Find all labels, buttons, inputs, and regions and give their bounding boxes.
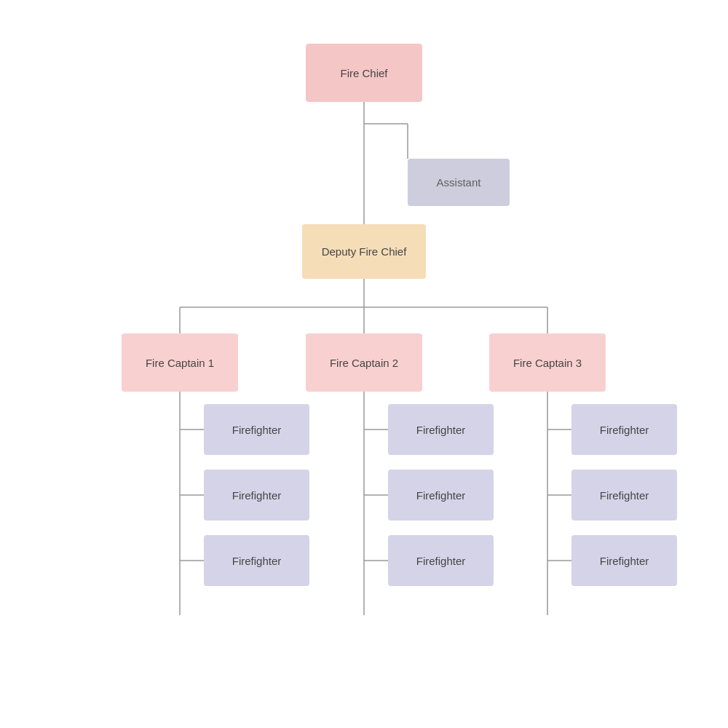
ff-c3-1-node: Firefighter [571, 404, 677, 455]
ff-c2-3-label: Firefighter [416, 555, 466, 567]
captain3-node: Fire Captain 3 [489, 333, 606, 392]
fire-chief-node: Fire Chief [306, 44, 422, 102]
deputy-node: Deputy Fire Chief [302, 224, 426, 279]
ff-c3-3-label: Firefighter [600, 555, 649, 567]
assistant-label: Assistant [437, 176, 481, 189]
ff-c3-2-label: Firefighter [600, 489, 649, 502]
captain1-label: Fire Captain 1 [146, 357, 214, 369]
ff-c3-1-label: Firefighter [600, 424, 649, 436]
ff-c2-2-node: Firefighter [388, 470, 494, 521]
fire-chief-label: Fire Chief [340, 67, 387, 79]
ff-c1-3-label: Firefighter [232, 555, 282, 567]
captain3-label: Fire Captain 3 [513, 357, 582, 369]
ff-c2-2-label: Firefighter [416, 489, 466, 502]
ff-c1-2-node: Firefighter [204, 470, 309, 521]
captain2-label: Fire Captain 2 [330, 357, 398, 369]
ff-c2-1-node: Firefighter [388, 404, 494, 455]
ff-c1-3-node: Firefighter [204, 535, 309, 586]
ff-c1-1-node: Firefighter [204, 404, 309, 455]
ff-c3-3-node: Firefighter [571, 535, 677, 586]
ff-c3-2-node: Firefighter [571, 470, 677, 521]
ff-c2-3-node: Firefighter [388, 535, 494, 586]
org-chart: Fire Chief Assistant Deputy Fire Chief F… [0, 0, 728, 728]
captain1-node: Fire Captain 1 [122, 333, 238, 392]
ff-c1-2-label: Firefighter [232, 489, 282, 502]
ff-c2-1-label: Firefighter [416, 424, 466, 436]
captain2-node: Fire Captain 2 [306, 333, 422, 392]
ff-c1-1-label: Firefighter [232, 424, 282, 436]
deputy-label: Deputy Fire Chief [322, 245, 407, 258]
assistant-node: Assistant [408, 159, 510, 206]
